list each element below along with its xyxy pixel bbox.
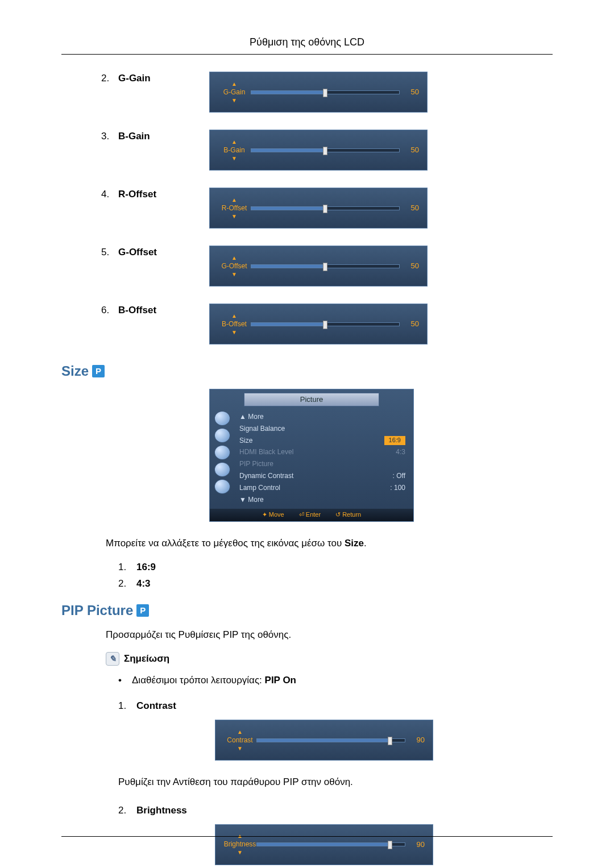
osd-icon [214, 479, 230, 494]
arrow-down-icon: ▼ [231, 98, 237, 103]
divider-top [61, 54, 553, 55]
osd-value: 4:3 [396, 447, 405, 457]
osd-selected-value: 16:9 [384, 436, 405, 446]
osd-picture-menu: Picture ▲ MoreSignal BalanceSize16:9HDMI… [209, 389, 414, 522]
slider-track[interactable] [256, 738, 405, 742]
osd-menu-item[interactable]: Signal Balance [239, 423, 405, 435]
osd-menu-item[interactable]: ▼ More [239, 494, 405, 506]
slider-thumb[interactable] [323, 89, 327, 97]
slider-box: ▲ B-Offset ▼ 50 [209, 304, 428, 344]
slider-value: 50 [405, 261, 419, 271]
slider-box: ▲ Brightness ▼ 90 [215, 824, 433, 865]
gain-label: B-Offset [118, 304, 156, 317]
osd-icon [214, 411, 230, 426]
slider-box: ▲ B-Gain ▼ 50 [209, 130, 428, 171]
slider-label: G-Gain [223, 87, 246, 98]
size-title: Size [61, 362, 89, 381]
list-number: 5. [101, 246, 113, 259]
slider-label: G-Offset [221, 261, 247, 272]
arrow-up-icon: ▲ [237, 729, 243, 735]
slider-thumb[interactable] [388, 841, 392, 849]
arrow-down-icon: ▼ [237, 850, 243, 855]
slider-value: 50 [405, 319, 419, 329]
slider-track[interactable] [251, 90, 400, 94]
osd-icon [214, 428, 230, 443]
arrow-down-icon: ▼ [231, 272, 237, 277]
osd-item-label: Dynamic Contrast [239, 471, 293, 481]
osd-icon [214, 462, 230, 477]
slider-label: Contrast [227, 735, 252, 746]
arrow-down-icon: ▼ [237, 746, 243, 751]
osd-menu-item[interactable]: Lamp Control: 100 [239, 482, 405, 494]
slider-thumb[interactable] [323, 263, 327, 271]
slider-box: ▲ Contrast ▼ 90 [215, 720, 433, 761]
osd-footer: ✦ Move ⏎ Enter ↺ Return [210, 509, 413, 521]
slider-label: B-Gain [223, 145, 244, 156]
osd-value: : 100 [390, 483, 405, 493]
osd-title: Picture [244, 393, 379, 406]
slider-value: 50 [405, 145, 419, 155]
size-description: Μπορείτε να αλλάξετε το μέγεθος της εικό… [106, 537, 553, 550]
osd-menu-item[interactable]: Size16:9 [239, 435, 405, 447]
slider-track[interactable] [256, 842, 405, 846]
arrow-down-icon: ▼ [231, 156, 237, 161]
slider-label: B-Offset [222, 319, 247, 330]
slider-label: Brightness [224, 839, 256, 850]
gain-row: 3. B-Gain ▲ B-Gain ▼ 50 [61, 130, 553, 171]
slider-thumb[interactable] [388, 737, 392, 745]
pip-title: PIP Picture [61, 601, 133, 620]
osd-menu-item[interactable]: HDMI Black Level4:3 [239, 446, 405, 458]
size-option-label: 4:3 [136, 577, 151, 591]
osd-menu-item[interactable]: Dynamic Contrast: Off [239, 470, 405, 482]
slider-thumb[interactable] [323, 205, 327, 213]
slider-thumb[interactable] [323, 321, 327, 329]
gain-label: G-Gain [118, 72, 151, 85]
size-heading: Size P [61, 362, 553, 381]
list-number: 2. [118, 804, 130, 817]
osd-item-label: Size [239, 436, 252, 446]
arrow-down-icon: ▼ [231, 330, 237, 335]
osd-footer-return: ↺ Return [335, 510, 361, 519]
osd-menu-item[interactable]: PIP Picture [239, 458, 405, 470]
pip-item-header: 2. Brightness [118, 804, 553, 817]
osd-menu-item[interactable]: ▲ More [239, 411, 405, 423]
osd-item-label: HDMI Black Level [239, 447, 293, 457]
arrow-down-icon: ▼ [231, 214, 237, 219]
note-row: ✎ Σημείωση [106, 652, 553, 666]
pip-item-label: Contrast [136, 699, 176, 713]
size-option: 2.4:3 [118, 577, 553, 591]
slider-thumb[interactable] [323, 147, 327, 155]
note-icon: ✎ [106, 652, 119, 666]
gain-label: G-Offset [118, 246, 157, 259]
page-header: Ρύθμιση της οθόνης LCD [61, 35, 553, 49]
slider-track[interactable] [251, 322, 400, 326]
slider-value: 50 [405, 203, 419, 213]
gain-label: R-Offset [118, 188, 156, 201]
slider-track[interactable] [251, 206, 400, 210]
osd-item-label: ▲ More [239, 412, 264, 422]
pip-mode-bullet: • Διαθέσιμοι τρόποι λειτουργίας: PIP On [118, 674, 553, 687]
pip-intro: Προσαρμόζει τις Ρυθμίσεις PIP της οθόνης… [106, 628, 553, 642]
gain-row: 2. G-Gain ▲ G-Gain ▼ 50 [61, 72, 553, 113]
list-number: 2. [101, 72, 113, 85]
list-number: 1. [118, 560, 130, 574]
arrow-up-icon: ▲ [231, 313, 237, 319]
slider-box: ▲ G-Gain ▼ 50 [209, 72, 428, 113]
list-number: 3. [101, 130, 113, 143]
pip-heading: PIP Picture P [61, 601, 553, 620]
list-number: 2. [118, 577, 130, 591]
slider-value: 50 [405, 87, 419, 97]
slider-track[interactable] [251, 264, 400, 268]
osd-footer-enter: ⏎ Enter [299, 510, 321, 519]
size-option: 1.16:9 [118, 560, 553, 574]
osd-footer-move: ✦ Move [262, 510, 284, 519]
arrow-up-icon: ▲ [231, 255, 237, 261]
slider-label: R-Offset [222, 203, 247, 214]
slider-track[interactable] [251, 148, 400, 152]
arrow-up-icon: ▲ [231, 139, 237, 145]
list-number: 4. [101, 188, 113, 201]
osd-item-label: ▼ More [239, 495, 264, 505]
arrow-up-icon: ▲ [231, 197, 237, 203]
arrow-up-icon: ▲ [231, 81, 237, 87]
gain-row: 5. G-Offset ▲ G-Offset ▼ 50 [61, 246, 553, 286]
